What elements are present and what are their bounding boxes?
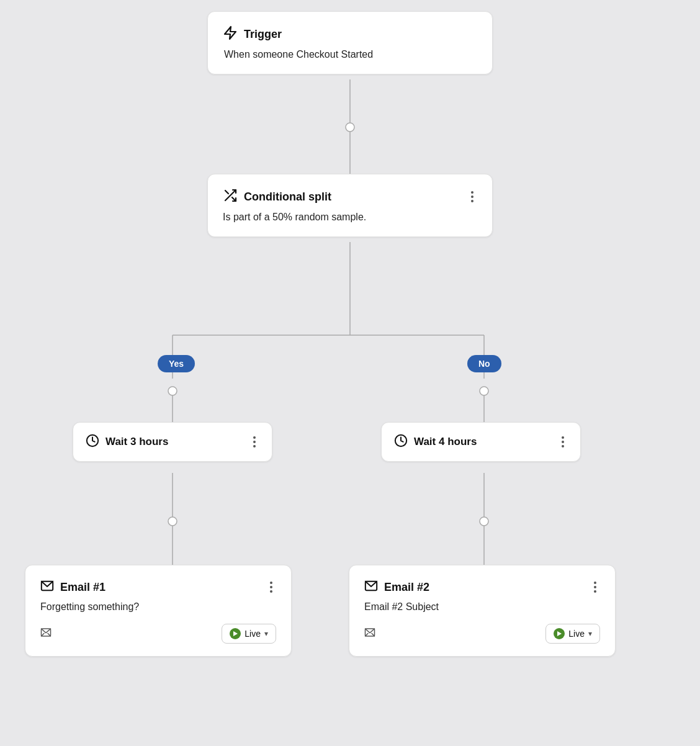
trigger-title: Trigger [244, 28, 282, 41]
wait-left-header: Wait 3 hours [86, 434, 259, 450]
flow-canvas: Trigger When someone Checkout Started Co… [0, 0, 700, 746]
svg-point-5 [168, 387, 177, 395]
wait-right-header: Wait 4 hours [394, 434, 568, 450]
wait-card-left: Wait 3 hours [73, 422, 272, 462]
split-subtitle: Is part of a 50% random sample. [223, 212, 477, 223]
lightning-icon [223, 25, 238, 43]
email1-live-dot [230, 628, 241, 639]
email1-header: Email #1 [40, 579, 276, 595]
trigger-card: Trigger When someone Checkout Started [207, 11, 493, 74]
email2-header-left: Email #2 [364, 579, 429, 595]
email1-chevron-icon: ▾ [264, 629, 268, 638]
split-card-header: Conditional split [223, 188, 477, 205]
email2-live-dot [554, 628, 565, 639]
email1-header-left: Email #1 [40, 579, 105, 595]
clock-icon-right [394, 434, 408, 450]
email2-header: Email #2 [364, 579, 600, 595]
email-card-2: Email #2 Email #2 Subject Live ▾ [349, 565, 616, 657]
wait-left-menu-button[interactable] [249, 434, 259, 450]
split-card: Conditional split Is part of a 50% rando… [207, 174, 493, 237]
envelope-icon-2 [364, 579, 378, 595]
yes-badge: Yes [158, 355, 195, 372]
wait-left-header-left: Wait 3 hours [86, 434, 168, 450]
svg-point-11 [168, 517, 177, 526]
split-title: Conditional split [244, 191, 331, 204]
email2-title: Email #2 [384, 581, 429, 594]
envelope-icon-1 [40, 579, 54, 595]
split-menu-button[interactable] [467, 189, 477, 205]
email1-subtitle: Forgetting something? [40, 601, 276, 613]
wait-left-title: Wait 3 hours [105, 436, 168, 448]
svg-point-1 [346, 123, 354, 132]
email2-chevron-icon: ▾ [588, 629, 592, 638]
svg-point-14 [480, 517, 488, 526]
email1-status-label: Live [245, 629, 261, 639]
wait-right-menu-button[interactable] [558, 434, 568, 450]
svg-line-18 [225, 191, 228, 194]
email1-live-button[interactable]: Live ▾ [222, 624, 276, 644]
email1-footer: Live ▾ [40, 624, 276, 644]
no-badge: No [467, 355, 501, 372]
split-header-left: Conditional split [223, 188, 331, 205]
clock-icon-left [86, 434, 99, 450]
email2-menu-button[interactable] [590, 579, 600, 595]
split-icon [223, 188, 238, 205]
email1-title: Email #1 [60, 581, 105, 594]
email2-preview-icon [364, 627, 375, 640]
email-card-1: Email #1 Forgetting something? Live ▾ [25, 565, 292, 657]
wait-right-title: Wait 4 hours [414, 436, 477, 448]
trigger-card-header: Trigger [223, 25, 477, 43]
email1-preview-icon [40, 627, 52, 640]
email2-footer: Live ▾ [364, 624, 600, 644]
trigger-subtitle: When someone Checkout Started [224, 49, 477, 60]
wait-right-header-left: Wait 4 hours [394, 434, 477, 450]
email2-status-label: Live [568, 629, 585, 639]
email2-subtitle: Email #2 Subject [364, 601, 600, 613]
wait-card-right: Wait 4 hours [381, 422, 581, 462]
email2-live-button[interactable]: Live ▾ [545, 624, 600, 644]
email1-menu-button[interactable] [266, 579, 276, 595]
svg-point-8 [480, 387, 488, 395]
